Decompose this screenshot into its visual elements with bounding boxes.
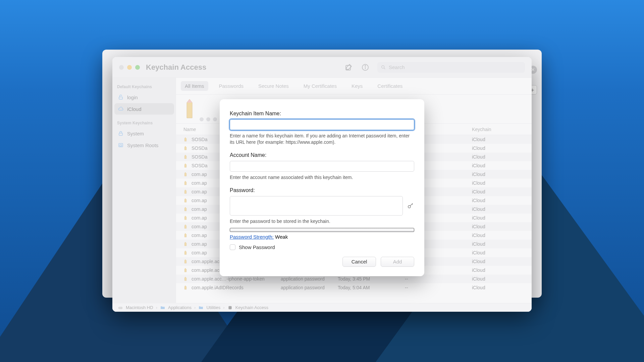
row-name: com.ap	[192, 224, 207, 229]
search-input[interactable]: Search	[377, 62, 525, 73]
item-name-help: Enter a name for this keychain item. If …	[230, 133, 414, 145]
sidebar-group-system: System Keychains	[114, 119, 174, 127]
tab-certificates[interactable]: Certificates	[373, 81, 407, 91]
note-icon	[183, 206, 189, 212]
sidebar-item-system[interactable]: System	[114, 128, 174, 139]
sidebar-group-default: Default Keychains	[114, 82, 174, 91]
svg-marker-17	[184, 181, 186, 185]
crumb[interactable]: Utilities	[206, 305, 220, 310]
row-name: com.ap	[192, 172, 207, 177]
show-password-checkbox[interactable]	[230, 244, 235, 250]
row-name: com.ap	[192, 215, 207, 221]
cancel-button[interactable]: Cancel	[342, 257, 376, 267]
tab-my-certificates[interactable]: My Certificates	[300, 81, 341, 91]
sidebar: Default Keychains login iCloud System Ke…	[112, 78, 176, 303]
password-strength-meter	[230, 228, 414, 232]
tab-passwords[interactable]: Passwords	[215, 81, 248, 91]
row-keychain: iCloud	[472, 206, 524, 212]
chevron-right-icon: ›	[223, 305, 224, 310]
svg-marker-11	[187, 99, 192, 103]
titlebar: Keychain Access Search	[112, 57, 532, 78]
key-icon[interactable]	[407, 202, 414, 209]
crumb[interactable]: Applications	[168, 305, 192, 310]
info-icon[interactable]	[361, 63, 370, 72]
crumb[interactable]: Keychain Access	[235, 305, 268, 310]
row-name: com.ap	[192, 198, 207, 203]
svg-marker-26	[184, 259, 186, 263]
note-icon	[183, 276, 189, 282]
password-label: Password:	[230, 187, 414, 193]
cloud-icon	[118, 106, 124, 112]
folder-icon	[160, 305, 165, 310]
window-zoom-icon[interactable]	[135, 65, 140, 70]
table-row[interactable]: com.apple.iAdIDRecordsapplication passwo…	[176, 283, 532, 292]
note-icon	[183, 285, 189, 290]
lock-icon	[118, 130, 124, 136]
note-icon	[183, 145, 189, 151]
svg-point-4	[382, 65, 384, 68]
item-name-input[interactable]	[230, 119, 414, 130]
svg-marker-12	[184, 137, 186, 141]
svg-rect-7	[119, 133, 123, 135]
new-item-dialog: Keychain Item Name: Enter a name for thi…	[220, 99, 424, 276]
row-keychain: iCloud	[472, 137, 524, 142]
row-expires: --	[405, 285, 472, 290]
row-keychain: iCloud	[472, 198, 524, 203]
note-icon	[183, 250, 189, 255]
row-expires: --	[405, 276, 472, 282]
tab-keys[interactable]: Keys	[347, 81, 367, 91]
svg-marker-24	[184, 242, 186, 246]
row-keychain: iCloud	[472, 154, 524, 160]
account-name-input[interactable]	[230, 161, 414, 172]
svg-marker-19	[184, 198, 186, 202]
note-icon	[183, 180, 189, 186]
svg-marker-25	[184, 251, 186, 254]
svg-line-5	[384, 68, 385, 69]
note-icon	[183, 224, 189, 229]
window-close-icon[interactable]	[119, 65, 124, 70]
svg-rect-31	[228, 306, 231, 309]
row-keychain: iCloud	[472, 259, 524, 264]
page-title: Keychain Access	[146, 63, 206, 72]
svg-point-3	[365, 65, 366, 66]
sidebar-item-system-roots[interactable]: System Roots	[114, 139, 174, 151]
cert-folder-icon	[118, 142, 124, 148]
row-keychain: iCloud	[472, 215, 524, 221]
svg-marker-15	[184, 164, 186, 167]
window-minimize-icon[interactable]	[127, 65, 132, 70]
tab-all-items[interactable]: All Items	[181, 81, 208, 91]
sidebar-item-icloud[interactable]: iCloud	[114, 103, 174, 115]
password-strength-link[interactable]: Password Strength:	[230, 234, 274, 240]
dot-icon	[200, 117, 204, 121]
add-button[interactable]: Add	[381, 257, 414, 267]
tab-secure-notes[interactable]: Secure Notes	[254, 81, 293, 91]
sidebar-item-label: iCloud	[127, 106, 142, 112]
row-keychain: iCloud	[472, 233, 524, 238]
note-icon	[183, 259, 189, 264]
app-icon	[227, 305, 233, 310]
note-icon	[183, 172, 189, 177]
chevron-right-icon: ›	[194, 305, 196, 310]
account-name-help: Enter the account name associated with t…	[230, 174, 414, 181]
svg-marker-23	[184, 233, 186, 237]
chevron-right-icon: ›	[156, 305, 157, 310]
crumb[interactable]: Macintosh HD	[126, 305, 153, 310]
pathbar: Macintosh HD › Applications › Utilities …	[112, 303, 532, 312]
svg-marker-21	[184, 216, 186, 220]
search-placeholder: Search	[389, 64, 405, 70]
sidebar-item-label: System	[127, 131, 144, 136]
compose-icon[interactable]	[344, 63, 353, 72]
sidebar-item-login[interactable]: login	[114, 92, 174, 103]
row-modified: Today, 5:04 AM	[338, 285, 405, 290]
show-password-label: Show Password	[239, 244, 275, 250]
keychain-access-window: Keychain Access Search Default Keychains	[112, 57, 532, 312]
password-input[interactable]	[230, 196, 403, 216]
password-help: Enter the password to be stored in the k…	[230, 218, 414, 225]
row-modified: Today, 3:45 PM	[338, 276, 405, 282]
svg-marker-13	[184, 146, 186, 150]
sidebar-item-label: login	[127, 95, 138, 100]
row-name: com.apple.acc…-iphone-app-token	[192, 276, 265, 282]
row-keychain: iCloud	[472, 276, 524, 282]
row-keychain: iCloud	[472, 180, 524, 186]
svg-rect-6	[119, 97, 123, 99]
